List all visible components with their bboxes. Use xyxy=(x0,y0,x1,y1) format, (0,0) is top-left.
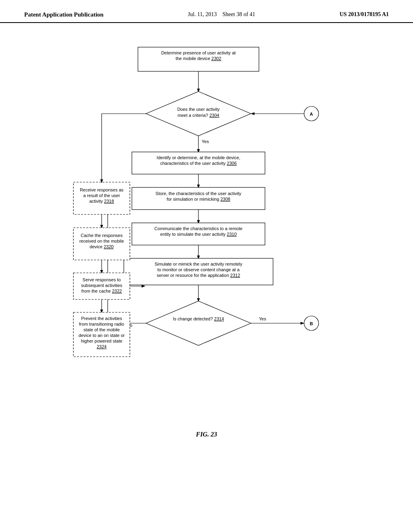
svg-text:Prevent the activities: Prevent the activities xyxy=(81,316,122,321)
svg-text:device to an on state or: device to an on state or xyxy=(79,333,125,338)
svg-text:the mobile device 2302: the mobile device 2302 xyxy=(175,56,221,61)
svg-marker-29 xyxy=(146,301,251,345)
date-label: Jul. 11, 2013 xyxy=(188,11,217,17)
svg-text:higher powered state: higher powered state xyxy=(81,339,123,343)
svg-text:Store, the characteristics of : Store, the characteristics of the user a… xyxy=(156,191,242,196)
svg-text:device 2320: device 2320 xyxy=(90,244,113,249)
svg-text:Does the user activity: Does the user activity xyxy=(177,107,220,112)
svg-text:Serve responses to: Serve responses to xyxy=(83,277,121,282)
svg-text:Cache the responses: Cache the responses xyxy=(81,233,123,238)
svg-text:Simulate or mimick the user ac: Simulate or mimick the user activity rem… xyxy=(154,262,242,266)
figure-label: FIG. 23 xyxy=(196,431,217,438)
svg-text:A: A xyxy=(310,112,313,116)
svg-rect-39 xyxy=(73,182,130,214)
svg-text:a result of the user: a result of the user xyxy=(83,193,120,198)
svg-text:server or resource for the app: server or resource for the application 2… xyxy=(157,273,240,278)
svg-rect-44 xyxy=(73,228,130,260)
date-sheet-label: Jul. 11, 2013 Sheet 38 of 41 xyxy=(188,11,255,18)
svg-text:for simulation or mimicking 23: for simulation or mimicking 2308 xyxy=(167,197,230,202)
svg-text:Determine presence of user act: Determine presence of user activity at xyxy=(161,50,236,55)
main-content: Determine presence of user activity at t… xyxy=(0,23,413,454)
svg-text:Yes: Yes xyxy=(202,139,209,144)
svg-text:Communicate the characteristic: Communicate the characteristics to a rem… xyxy=(154,226,242,231)
svg-text:subsequent activities: subsequent activities xyxy=(81,283,123,288)
svg-text:activity 2318: activity 2318 xyxy=(89,199,114,204)
svg-text:entity to simulate the user ac: entity to simulate the user activity 231… xyxy=(160,232,237,237)
flowchart-container: Determine presence of user activity at t… xyxy=(65,39,348,424)
svg-text:received on the mobile: received on the mobile xyxy=(79,239,124,243)
svg-text:meet a criteria? 2304: meet a criteria? 2304 xyxy=(177,113,219,118)
sheet-label: Sheet 38 of 41 xyxy=(223,11,255,17)
publication-label: Patent Application Publication xyxy=(24,11,104,18)
svg-text:characteristics of the user ac: characteristics of the user activity 230… xyxy=(160,161,237,166)
svg-text:Identify or determine, at the : Identify or determine, at the mobile dev… xyxy=(156,155,240,160)
patent-number-label: US 2013/0178195 A1 xyxy=(340,11,389,18)
svg-text:Yes: Yes xyxy=(259,316,266,321)
svg-text:from transitioning radio: from transitioning radio xyxy=(79,322,124,326)
svg-text:Is change detected? 2314: Is change detected? 2314 xyxy=(173,316,224,321)
svg-text:2324: 2324 xyxy=(97,344,106,349)
page-header: Patent Application Publication Jul. 11, … xyxy=(0,0,413,23)
svg-text:state of the mobile: state of the mobile xyxy=(83,327,120,332)
svg-text:Receive responses as: Receive responses as xyxy=(80,187,124,192)
svg-text:B: B xyxy=(310,321,313,326)
svg-text:to monitor or observe content : to monitor or observe content change at … xyxy=(157,267,240,272)
flowchart-svg: Determine presence of user activity at t… xyxy=(65,39,348,422)
svg-text:from the cache 2322: from the cache 2322 xyxy=(81,289,122,293)
